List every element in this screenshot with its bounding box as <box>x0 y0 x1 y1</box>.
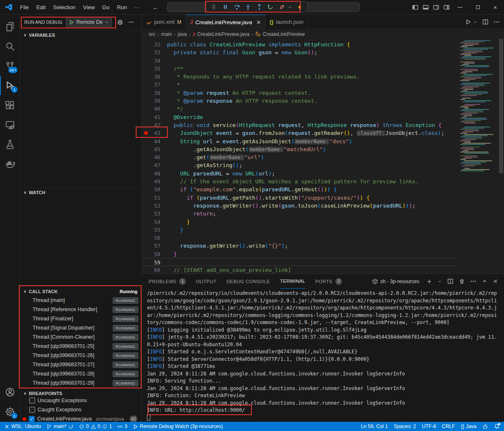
panel-tab-output[interactable]: OUTPUT <box>196 274 216 289</box>
panel-tab-terminal[interactable]: TERMINAL <box>280 274 306 289</box>
activity-account[interactable] <box>0 382 20 402</box>
activity-search[interactable] <box>0 36 20 56</box>
chevron-down-icon[interactable] <box>473 20 477 24</box>
breakpoint-checkbox[interactable] <box>29 407 35 413</box>
variables-section-header[interactable]: ∨ VARIABLES <box>20 30 142 39</box>
debug-session-indicator[interactable]: Remote Debug Watch (3p-resources) <box>133 423 223 429</box>
gear-icon[interactable] <box>117 19 123 25</box>
thread-row[interactable]: Thread [qtp399683701-26] RUNNING <box>20 351 142 360</box>
code-line-49[interactable]: 49 // If the event object URL matches a … <box>142 177 458 185</box>
code-line-51[interactable]: 51 if (parsedURL.getPath().startsWith("/… <box>142 194 458 202</box>
debug-config-dropdown[interactable]: Remote De <box>66 17 112 27</box>
thread-row[interactable]: Thread [main] RUNNING <box>20 296 142 305</box>
code-line-54[interactable]: 54 } <box>142 218 458 226</box>
start-debug-icon[interactable] <box>69 20 74 25</box>
code-line-33[interactable]: 33 private static final Gson gson = new … <box>142 48 458 56</box>
breakpoint-checkbox[interactable]: ✓ <box>29 416 35 422</box>
line-number[interactable]: 54 <box>142 218 167 226</box>
layout-sidebar-right-icon[interactable] <box>433 4 439 10</box>
breadcrumb-file[interactable]: CreateLinkPreview.java <box>197 31 249 37</box>
menu-file[interactable]: File <box>17 3 32 12</box>
close-icon[interactable] <box>493 279 498 284</box>
code-line-41[interactable]: 41 @Override <box>142 113 458 121</box>
cursor-position[interactable]: Ln 59, Col 1 <box>361 423 388 429</box>
run-icon[interactable] <box>465 19 471 25</box>
close-icon[interactable]: × <box>486 0 504 15</box>
thread-row[interactable]: Thread [qtp399683701-29] RUNNING <box>20 378 142 388</box>
thread-row[interactable]: Thread [Reference Handler] RUNNING <box>20 305 142 314</box>
close-tab-icon[interactable]: ✕ <box>256 19 261 25</box>
split-editor-icon[interactable] <box>482 19 489 25</box>
call-stack-section-header[interactable]: ∨ CALL STACK Running <box>20 286 142 296</box>
hot-code-replace-icon[interactable] <box>294 2 305 12</box>
encoding-setting[interactable]: UTF-8 <box>422 423 436 429</box>
tab-pom.xml[interactable]: pom.xmlM <box>142 15 186 29</box>
line-number[interactable]: 53 <box>142 210 167 218</box>
line-number[interactable]: 55 <box>142 226 167 234</box>
code-line-37[interactable]: 37 * <box>142 81 458 89</box>
line-number[interactable]: 50 <box>142 185 167 193</box>
code-line-38[interactable]: 38 * @param request An HTTP request cont… <box>142 89 458 97</box>
thread-row[interactable]: Thread [qtp399683701-25] RUNNING <box>20 342 142 351</box>
sync-icon[interactable] <box>68 424 73 429</box>
tab-CreateLinkPreview.java[interactable]: JCreateLinkPreview.java✕ <box>186 15 265 29</box>
thread-row[interactable]: Thread [qtp399683701-27] RUNNING <box>20 360 142 369</box>
breakpoint-row[interactable]: Uncaught Exceptions <box>20 396 142 405</box>
code-line-44[interactable]: 44 String url = event.getAsJsonObject(me… <box>142 137 458 145</box>
code-line-57[interactable]: 57 response.getWriter().write("{}"); <box>142 242 458 250</box>
breadcrumb-item[interactable]: src <box>149 31 155 37</box>
menu-overflow-icon[interactable]: ··· <box>131 3 143 12</box>
code-line-35[interactable]: 35 /** <box>142 65 458 73</box>
code-line-50[interactable]: 50 if ("example.com".equals(parsedURL.ge… <box>142 185 458 193</box>
menu-view[interactable]: View <box>80 3 98 12</box>
activity-source-control[interactable]: 1K+ <box>0 56 20 76</box>
more-icon[interactable] <box>470 278 476 284</box>
activity-explorer[interactable] <box>0 17 20 36</box>
line-number[interactable]: 33 <box>142 48 167 56</box>
code-line-48[interactable]: 48 URL parsedURL = new URL(url); <box>142 170 458 177</box>
line-number[interactable]: 42 <box>142 121 167 129</box>
language-mode[interactable]: {} Java <box>461 423 476 429</box>
code-line-55[interactable]: 55 } <box>142 226 458 234</box>
line-number[interactable]: 37 <box>142 81 167 89</box>
menu-run[interactable]: Run <box>114 3 130 12</box>
line-number[interactable]: 39 <box>142 97 167 105</box>
line-number[interactable]: 59 <box>142 259 167 266</box>
add-icon[interactable] <box>426 279 432 284</box>
line-number[interactable]: 40 <box>142 105 167 113</box>
step-over-icon[interactable] <box>231 2 242 12</box>
code-line-34[interactable]: 34 <box>142 57 458 65</box>
menu-edit[interactable]: Edit <box>33 3 49 12</box>
line-number[interactable]: 57 <box>142 242 167 250</box>
code-line-47[interactable]: 47 .getAsString(); <box>142 161 458 169</box>
branch-indicator[interactable]: main* <box>46 423 73 429</box>
thread-row[interactable]: Thread [Common-Cleaner] RUNNING <box>20 332 142 342</box>
indentation-setting[interactable]: Spaces: 2 <box>394 423 416 429</box>
code-line-32[interactable]: 32public class CreateLinkPreview impleme… <box>142 41 458 48</box>
bell-icon[interactable] <box>494 423 500 429</box>
layout-panel-icon[interactable] <box>423 4 429 10</box>
line-number[interactable]: 45 <box>142 145 167 153</box>
tab-launch.json[interactable]: {}launch.json <box>266 15 308 29</box>
code-line-36[interactable]: 36 * Responds to any HTTP request relate… <box>142 73 458 81</box>
eol-setting[interactable]: CRLF <box>442 423 455 429</box>
pause-icon[interactable] <box>220 2 230 12</box>
menu-selection[interactable]: Selection <box>50 3 79 12</box>
restart-icon[interactable] <box>265 2 276 12</box>
more-actions-icon[interactable] <box>128 19 134 25</box>
breakpoint-checkbox[interactable] <box>29 398 35 403</box>
layout-sidebar-left-icon[interactable] <box>412 4 418 10</box>
code-line-45[interactable]: 45 .getAsJsonObject(memberName:"matchedU… <box>142 145 458 153</box>
activity-run-and-debug[interactable]: 1 <box>0 76 20 95</box>
line-number[interactable]: 52 <box>142 202 167 210</box>
line-number[interactable]: 60 <box>142 266 167 274</box>
line-number[interactable]: 34 <box>142 57 167 65</box>
terminal-title[interactable]: sh - 3p-resources <box>380 279 419 284</box>
code-line-52[interactable]: 52 response.getWriter().write(gson.toJso… <box>142 202 458 210</box>
code-line-56[interactable]: 56 <box>142 234 458 242</box>
code-line-60[interactable]: 60 // [START add_ons_case_preview_link] <box>142 266 458 274</box>
thread-row[interactable]: Thread [Signal Dispatcher] RUNNING <box>20 323 142 332</box>
layout-customize-icon[interactable] <box>443 4 450 10</box>
line-number[interactable]: 49 <box>142 177 167 185</box>
line-number[interactable]: 58 <box>142 250 167 258</box>
